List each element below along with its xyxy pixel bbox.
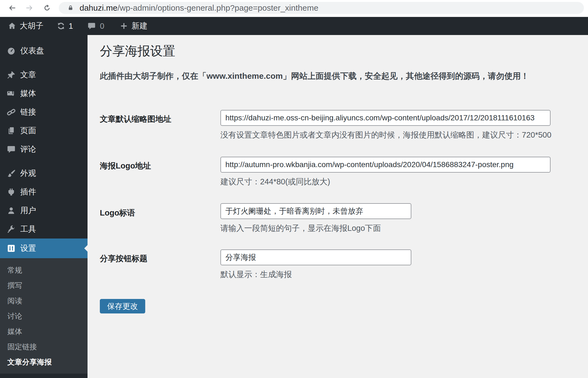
home-icon <box>8 22 16 30</box>
user-icon <box>7 206 16 215</box>
field-helper-default-thumbnail: 没有设置文章特色图片或者文章内没有图片的时候，海报使用默认缩略图，建议尺寸：72… <box>220 130 551 141</box>
address-bar[interactable]: dahuzi.me/wp-admin/options-general.php?p… <box>59 2 584 14</box>
settings-submenu: 常规 撰写 阅读 讨论 媒体 固定链接 文章分享海报 <box>0 258 88 374</box>
browser-forward-icon[interactable] <box>25 4 34 12</box>
sidebar-item-posts[interactable]: 文章 <box>0 66 88 84</box>
pages-icon <box>7 126 16 135</box>
sidebar-item-links[interactable]: 链接 <box>0 103 88 121</box>
link-icon <box>7 107 16 117</box>
submenu-item-general[interactable]: 常规 <box>0 263 88 278</box>
field-label-default-thumbnail: 文章默认缩略图地址 <box>100 114 171 125</box>
field-helper-share-button-title: 默认显示：生成海报 <box>220 269 292 280</box>
brush-icon <box>7 169 16 178</box>
plug-icon <box>7 187 16 197</box>
comment-bubble-icon <box>87 22 96 30</box>
media-icon <box>7 89 16 98</box>
submenu-item-reading[interactable]: 阅读 <box>0 293 88 309</box>
default-thumbnail-input[interactable] <box>220 110 551 126</box>
comments-icon <box>7 145 16 154</box>
updates-icon <box>57 22 65 30</box>
pushpin-icon <box>7 70 16 80</box>
sidebar-item-label: 外观 <box>20 168 36 179</box>
field-helper-logo-slogan: 请输入一段简短的句子，显示在海报Logo下面 <box>220 223 381 234</box>
url-domain: dahuzi.me <box>80 3 117 12</box>
submenu-item-poster[interactable]: 文章分享海报 <box>0 354 88 370</box>
field-label-poster-logo: 海报Logo地址 <box>100 161 151 171</box>
comment-count: 0 <box>100 22 104 31</box>
share-button-title-input[interactable] <box>220 249 411 265</box>
wrench-icon <box>7 225 16 234</box>
field-label-share-button-title: 分享按钮标题 <box>100 253 147 264</box>
sidebar-item-tools[interactable]: 工具 <box>0 220 88 239</box>
sidebar-item-users[interactable]: 用户 <box>0 201 88 220</box>
sidebar-item-settings[interactable]: 设置 <box>0 239 88 258</box>
plus-icon <box>120 22 128 30</box>
sidebar-item-label: 媒体 <box>20 88 36 99</box>
sidebar-item-label: 评论 <box>20 144 36 155</box>
sidebar-item-pages[interactable]: 页面 <box>0 121 88 140</box>
field-label-logo-slogan: Logo标语 <box>100 208 135 219</box>
poster-logo-input[interactable] <box>220 157 551 173</box>
sidebar-item-label: 链接 <box>20 107 36 118</box>
logo-slogan-input[interactable] <box>220 203 411 219</box>
sidebar-item-label: 页面 <box>20 125 36 136</box>
admin-bar-comments[interactable]: 0 <box>87 22 104 31</box>
url-text: dahuzi.me/wp-admin/options-general.php?p… <box>80 3 318 13</box>
sidebar-item-label: 插件 <box>20 187 36 197</box>
sidebar-item-plugins[interactable]: 插件 <box>0 183 88 201</box>
new-label: 新建 <box>132 21 147 31</box>
sidebar-item-appearance[interactable]: 外观 <box>0 164 88 183</box>
browser-back-icon[interactable] <box>8 4 17 12</box>
browser-reload-icon[interactable] <box>43 4 51 12</box>
sidebar-item-dashboard[interactable]: 仪表盘 <box>0 42 88 60</box>
settings-sliders-icon <box>7 244 16 253</box>
admin-bar-updates[interactable]: 1 <box>57 22 73 31</box>
sidebar-item-label: 设置 <box>20 243 36 254</box>
sidebar-item-label: 工具 <box>20 224 36 235</box>
browser-toolbar: dahuzi.me/wp-admin/options-general.php?p… <box>0 0 588 17</box>
submenu-item-permalinks[interactable]: 固定链接 <box>0 339 88 354</box>
dashboard-icon <box>7 46 16 56</box>
update-count: 1 <box>69 22 73 31</box>
settings-page: 分享海报设置 此插件由大胡子制作，仅在「www.xintheme.com」网站上… <box>88 35 588 378</box>
sidebar-item-label: 文章 <box>20 69 36 80</box>
lock-icon <box>68 4 74 11</box>
sidebar-item-media[interactable]: 媒体 <box>0 84 88 103</box>
submenu-item-writing[interactable]: 撰写 <box>0 278 88 293</box>
admin-bar-new[interactable]: 新建 <box>120 21 147 31</box>
field-helper-poster-logo: 建议尺寸：244*80(或同比放大) <box>220 176 330 187</box>
site-name: 大胡子 <box>20 21 43 31</box>
admin-sidebar: 仪表盘 文章 媒体 链接 页面 评论 外观 插件 用户 工具 设置 <box>0 35 88 378</box>
plugin-notice: 此插件由大胡子制作，仅在「www.xintheme.com」网站上面提供下载，安… <box>100 71 529 82</box>
submenu-item-discussion[interactable]: 讨论 <box>0 309 88 324</box>
wp-admin-bar: 大胡子 1 0 新建 <box>0 17 588 35</box>
save-changes-button[interactable]: 保存更改 <box>100 299 145 313</box>
admin-bar-site-menu[interactable]: 大胡子 <box>8 21 43 31</box>
sidebar-item-comments[interactable]: 评论 <box>0 140 88 159</box>
submenu-item-media[interactable]: 媒体 <box>0 324 88 339</box>
active-menu-arrow <box>81 245 88 252</box>
sidebar-item-label: 仪表盘 <box>20 45 44 56</box>
url-path: /wp-admin/options-general.php?page=poste… <box>117 3 318 12</box>
sidebar-item-label: 用户 <box>20 205 36 216</box>
page-title: 分享海报设置 <box>100 43 175 60</box>
